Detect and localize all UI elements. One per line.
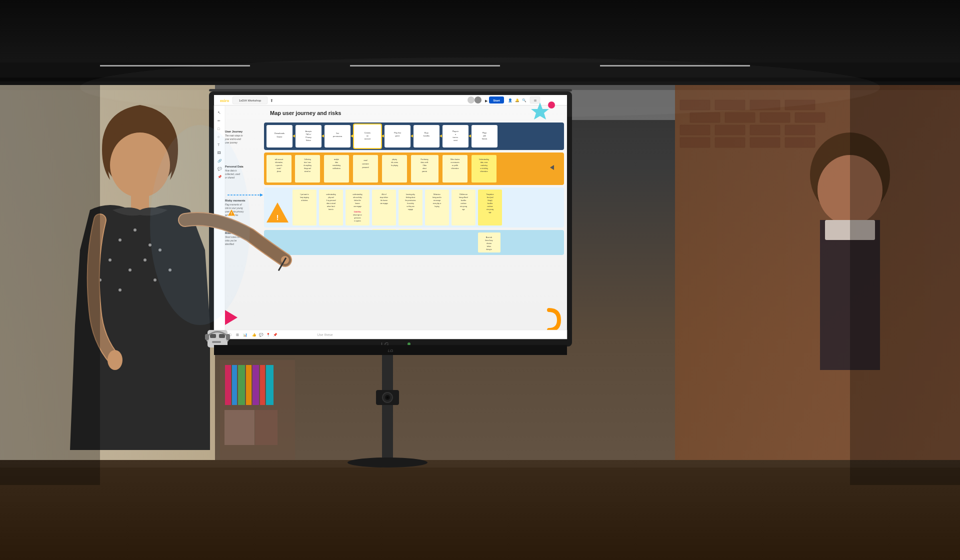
svg-text:playing: playing bbox=[392, 158, 397, 160]
svg-text:info, areas: info, areas bbox=[391, 162, 398, 164]
svg-text:for playing: for playing bbox=[391, 164, 398, 166]
svg-text:where has it: where has it bbox=[327, 206, 335, 208]
svg-rect-279 bbox=[266, 365, 274, 405]
svg-text:T&Cs /: T&Cs / bbox=[306, 134, 312, 136]
svg-text:permissions: permissions bbox=[333, 136, 342, 138]
svg-text:game: game bbox=[396, 135, 400, 137]
svg-point-271 bbox=[108, 350, 122, 370]
svg-point-258 bbox=[118, 238, 122, 242]
svg-rect-274 bbox=[232, 365, 237, 405]
svg-text:💬: 💬 bbox=[259, 332, 264, 337]
svg-text:choices: choices bbox=[486, 242, 492, 244]
svg-rect-15 bbox=[795, 112, 825, 122]
svg-text:parents: parents bbox=[422, 170, 428, 172]
svg-text:account: account bbox=[364, 138, 370, 140]
svg-text:Notice: Notice bbox=[306, 140, 311, 142]
svg-text:learner: learner bbox=[355, 202, 360, 204]
svg-text:Privacy: Privacy bbox=[306, 136, 312, 138]
svg-text:More info: More info bbox=[486, 236, 492, 238]
svg-text:about age so: about age so bbox=[353, 214, 362, 216]
svg-text:to system: to system bbox=[354, 220, 361, 222]
svg-text:age: age bbox=[488, 212, 491, 214]
svg-text:more play or: more play or bbox=[433, 202, 442, 204]
svg-rect-17 bbox=[715, 125, 745, 135]
svg-rect-18 bbox=[750, 125, 780, 135]
svg-text:data is stored: data is stored bbox=[326, 202, 336, 204]
svg-point-267 bbox=[118, 288, 122, 292]
svg-rect-21 bbox=[715, 138, 745, 148]
svg-rect-283 bbox=[210, 334, 216, 338]
svg-text:User Journey: User Journey bbox=[225, 130, 243, 133]
svg-text:data, credit: data, credit bbox=[421, 162, 428, 164]
svg-text:/ Data: / Data bbox=[422, 164, 426, 166]
svg-text:Collecting: Collecting bbox=[304, 158, 311, 160]
svg-text:📌: 📌 bbox=[273, 332, 278, 337]
svg-rect-277 bbox=[252, 365, 259, 405]
svg-text:or including: or including bbox=[480, 168, 488, 170]
svg-rect-257 bbox=[131, 192, 149, 210]
svg-text:📊: 📊 bbox=[243, 332, 248, 337]
svg-rect-275 bbox=[238, 365, 245, 405]
svg-text:a: a bbox=[455, 134, 456, 136]
svg-text:email /: email / bbox=[277, 168, 282, 170]
svg-text:phone: phone bbox=[277, 170, 282, 172]
svg-rect-23 bbox=[785, 138, 815, 148]
svg-text:then (and: then (and bbox=[487, 196, 494, 198]
svg-text:A lot of: A lot of bbox=[382, 194, 386, 196]
svg-rect-299 bbox=[850, 85, 960, 485]
svg-text:things and: things and bbox=[304, 168, 311, 170]
svg-text:Temptation: Temptation bbox=[486, 194, 494, 196]
svg-text:at a young: at a young bbox=[460, 206, 467, 208]
svg-point-300 bbox=[80, 58, 880, 118]
svg-text:about: about bbox=[422, 168, 426, 170]
svg-rect-289 bbox=[226, 334, 230, 340]
svg-rect-20 bbox=[680, 138, 710, 148]
svg-text:before the: before the bbox=[354, 200, 361, 202]
svg-rect-273 bbox=[225, 365, 231, 405]
svg-text:notifications: notifications bbox=[332, 168, 340, 170]
svg-text:encourage: encourage bbox=[434, 200, 441, 202]
svg-point-32 bbox=[386, 396, 388, 398]
svg-text:for activity: for activity bbox=[407, 202, 414, 204]
svg-rect-12 bbox=[690, 112, 720, 122]
svg-text:being used to: being used to bbox=[432, 196, 442, 198]
svg-text:information,: information, bbox=[275, 162, 283, 164]
svg-rect-13 bbox=[725, 112, 755, 122]
svg-text:bundles: bundles bbox=[424, 135, 430, 137]
svg-text:the permissions: the permissions bbox=[405, 200, 416, 202]
svg-text:play and: play and bbox=[328, 196, 334, 198]
svg-text:Learning why,: Learning why, bbox=[406, 194, 416, 196]
svg-text:with: with bbox=[483, 135, 486, 137]
svg-text:information: information bbox=[452, 168, 459, 170]
svg-text:Accepts: Accepts bbox=[306, 130, 312, 132]
svg-text:with account: with account bbox=[275, 158, 284, 160]
svg-text:Other clusters: Other clusters bbox=[450, 158, 460, 160]
svg-rect-27 bbox=[382, 350, 393, 465]
svg-text:Creates: Creates bbox=[364, 132, 371, 134]
svg-text:understanding: understanding bbox=[326, 194, 336, 196]
svg-point-28 bbox=[348, 458, 428, 468]
svg-text:⊞: ⊞ bbox=[236, 333, 239, 336]
svg-text:continue: continue bbox=[460, 202, 466, 204]
svg-text:steps before: steps before bbox=[380, 196, 388, 198]
svg-text:data: data bbox=[335, 162, 338, 164]
svg-text:email: email bbox=[364, 160, 368, 162]
svg-text:Plays in: Plays in bbox=[452, 130, 458, 132]
svg-text:tourna-: tourna- bbox=[452, 136, 458, 138]
svg-text:do anything: do anything bbox=[304, 164, 312, 166]
svg-text:LG: LG bbox=[388, 348, 394, 353]
svg-text:bundles: bundles bbox=[488, 202, 493, 204]
svg-text:Child files: Child files bbox=[354, 211, 362, 213]
svg-text:username: username bbox=[362, 163, 369, 165]
svg-text:buying: buying bbox=[435, 206, 440, 208]
svg-rect-285 bbox=[212, 341, 221, 343]
svg-text:marketing: marketing bbox=[480, 164, 488, 166]
svg-text:continue: continue bbox=[487, 206, 493, 208]
svg-text:age: age bbox=[462, 208, 464, 210]
svg-text:Understanding: Understanding bbox=[479, 158, 489, 160]
svg-rect-298 bbox=[0, 85, 100, 485]
svg-text:things): things) bbox=[488, 200, 492, 202]
svg-text:password: password bbox=[362, 166, 369, 168]
svg-point-263 bbox=[144, 258, 146, 262]
svg-text:!: ! bbox=[276, 214, 279, 222]
